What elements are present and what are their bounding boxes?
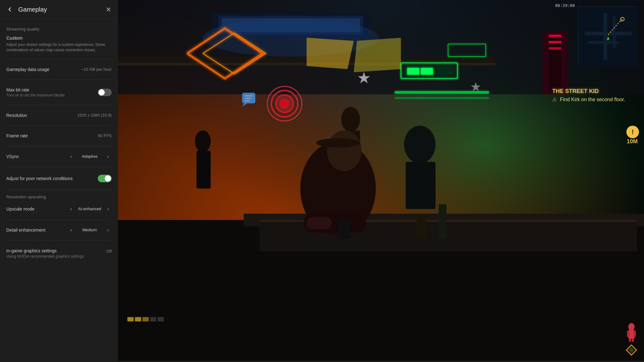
gameplay-data-usage-label: Gameplay data usage: [6, 67, 81, 72]
warning-badge: !: [626, 126, 639, 138]
svg-rect-78: [150, 317, 156, 321]
adjust-network-toggle[interactable]: [98, 175, 112, 182]
svg-text:★: ★: [470, 80, 481, 94]
svg-rect-63: [613, 16, 615, 47]
svg-point-38: [316, 138, 360, 148]
svg-rect-70: [633, 331, 636, 337]
svg-point-37: [327, 130, 362, 171]
svg-rect-76: [135, 317, 141, 321]
custom-block: Custom Adjust your stream settings for a…: [6, 35, 112, 53]
gameplay-data-usage-row: Gameplay data usage ~10 GB per hour: [6, 64, 112, 75]
divider-1: [6, 59, 112, 59]
resolution-value: 1920 x 1080 (16:9): [77, 113, 112, 118]
svg-rect-61: [603, 13, 607, 60]
custom-description: Adjust your stream settings for a custom…: [6, 42, 112, 53]
detail-enhancement-value: Medium: [77, 228, 102, 232]
frame-rate-row: Frame rate 60 FPS: [6, 130, 112, 141]
divider-4: [6, 125, 112, 126]
svg-rect-45: [338, 220, 351, 239]
svg-rect-71: [629, 339, 631, 342]
svg-rect-69: [627, 331, 630, 337]
ingame-graphics-sub: Using NVIDIA recommended graphics settin…: [6, 254, 85, 259]
quest-marker-icon: ⚠: [552, 96, 557, 102]
quest-description: Find Kirk on the second floor.: [560, 97, 625, 102]
vsync-value: Adaptive: [77, 154, 102, 159]
resolution-label: Resolution: [6, 113, 77, 118]
divider-8: [6, 219, 112, 220]
divider-2: [6, 80, 112, 80]
upscale-mode-label: Upscale mode: [6, 206, 35, 211]
vsync-arrow-left[interactable]: ‹: [68, 154, 75, 159]
player-icon-area: [625, 323, 638, 356]
svg-rect-57: [245, 100, 250, 101]
minimap: !: [578, 6, 638, 66]
svg-rect-72: [632, 339, 634, 342]
svg-text:!: !: [621, 18, 622, 21]
quest-overlay: THE STREET KID ⚠ Find Kirk on the second…: [552, 88, 625, 102]
svg-rect-29: [549, 35, 561, 37]
ingame-graphics-row: In-game graphics settings Using NVIDIA r…: [6, 245, 112, 262]
svg-point-67: [628, 323, 635, 331]
panel-title: Gameplay: [18, 6, 105, 13]
svg-rect-30: [549, 41, 561, 43]
resolution-row: Resolution 1920 x 1080 (16:9): [6, 110, 112, 121]
svg-rect-58: [118, 361, 644, 362]
svg-rect-79: [158, 317, 164, 321]
divider-7: [6, 190, 112, 190]
divider-9: [6, 240, 112, 241]
upscale-mode-value: AI-enhanced: [77, 206, 102, 211]
streaming-quality-header: Streaming quality: [6, 27, 112, 31]
back-button[interactable]: [6, 6, 13, 13]
detail-enhancement-label: Detail enhancement: [6, 228, 46, 233]
upscale-mode-arrow-right[interactable]: ›: [105, 206, 112, 212]
toggle-thumb-2: [105, 175, 111, 182]
waypoint-icon: [626, 344, 637, 356]
svg-rect-44: [439, 204, 447, 239]
sidebar-content: Streaming quality Custom Adjust your str…: [0, 19, 118, 362]
vsync-controls: ‹ Adaptive ›: [68, 154, 112, 159]
svg-point-19: [341, 107, 360, 132]
svg-marker-35: [354, 38, 401, 72]
svg-rect-26: [395, 97, 489, 99]
ingame-graphics-label: In-game graphics settings: [6, 248, 85, 253]
vsync-row: VSync ‹ Adaptive ›: [6, 151, 112, 162]
svg-rect-60: [585, 32, 632, 36]
detail-enhancement-arrow-left[interactable]: ‹: [68, 227, 75, 233]
divider-6: [6, 167, 112, 167]
svg-rect-56: [245, 98, 251, 99]
resolution-upscaling-header: Resolution upscaling: [6, 195, 112, 199]
svg-point-17: [195, 130, 211, 152]
vsync-arrow-right[interactable]: ›: [105, 154, 112, 159]
quest-title: THE STREET KID: [552, 88, 625, 95]
distance-value: 10M: [627, 138, 638, 145]
svg-rect-40: [307, 217, 332, 229]
distance-badge: 10M: [627, 138, 638, 145]
frame-rate-label: Frame rate: [6, 133, 98, 138]
max-bit-rate-sub: Turn on to set the maximum bitrate: [6, 93, 98, 97]
svg-marker-34: [307, 38, 354, 69]
frame-rate-value: 60 FPS: [98, 133, 112, 138]
sidebar-panel: Gameplay Streaming quality Custom Adjust…: [0, 0, 118, 362]
custom-title: Custom: [6, 35, 112, 41]
svg-point-51: [282, 101, 287, 106]
game-area: ███ ███ ★ ★: [118, 0, 644, 362]
upscale-mode-row: Upscale mode ‹ AI-enhanced ›: [6, 203, 112, 215]
svg-text:███ ███: ███ ███: [407, 68, 433, 75]
game-background: ███ ███ ★ ★: [118, 0, 644, 362]
max-bit-rate-block: Max bit rate Turn on to set the maximum …: [6, 87, 98, 97]
max-bit-rate-row: Max bit rate Turn on to set the maximum …: [6, 84, 112, 101]
max-bit-rate-toggle[interactable]: [98, 89, 112, 96]
close-button[interactable]: [105, 6, 112, 13]
svg-rect-42: [406, 162, 436, 209]
svg-point-41: [404, 126, 436, 163]
ingame-graphics-value: Off: [106, 248, 112, 254]
ammo-bar-area: [127, 314, 165, 324]
detail-enhancement-arrow-right[interactable]: ›: [105, 227, 112, 233]
vsync-label: VSync: [6, 154, 19, 159]
svg-rect-75: [127, 317, 134, 321]
detail-enhancement-controls: ‹ Medium ›: [68, 227, 112, 233]
svg-rect-18: [197, 151, 211, 189]
upscale-mode-arrow-left[interactable]: ‹: [68, 206, 75, 212]
warning-icon: !: [632, 129, 634, 136]
panel-header: Gameplay: [0, 0, 118, 19]
